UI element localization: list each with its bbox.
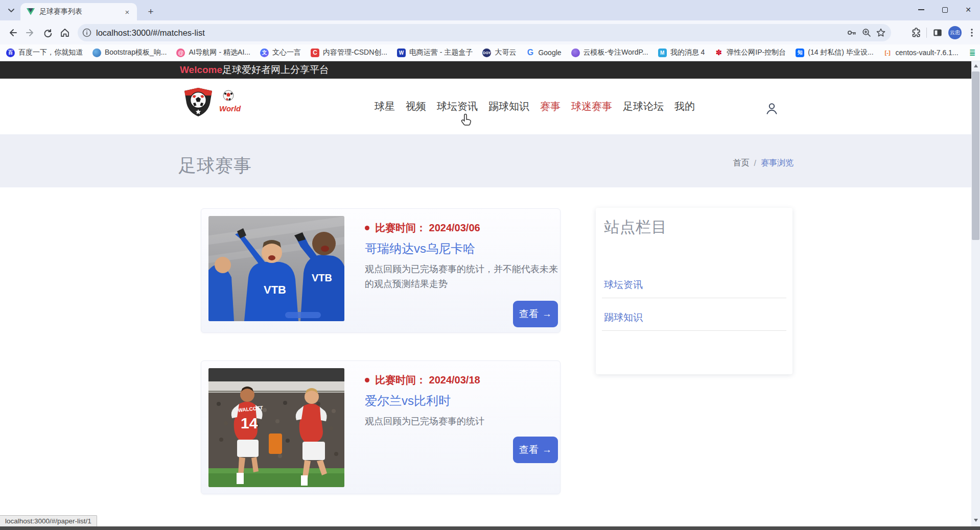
match-date-row: 比赛时间： 2024/03/18 — [365, 373, 480, 387]
kebab-menu-icon[interactable] — [967, 28, 977, 38]
browser-window: 足球赛事列表 × + ✕ localhost:3000/#/matches-li… — [0, 0, 980, 530]
site-logo[interactable]: World — [181, 85, 243, 118]
site-info-icon[interactable] — [82, 28, 92, 38]
bookmark-item[interactable]: 知(14 封私信) 毕业设... — [796, 48, 873, 57]
bookmark-favicon: 文 — [260, 49, 269, 57]
nav-item-matches[interactable]: 赛事 — [540, 100, 561, 113]
welcome-highlight: Welcome — [180, 64, 222, 76]
tab-search-button[interactable] — [5, 5, 17, 17]
nav-item-mine[interactable]: 我的 — [674, 100, 695, 113]
bookmark-item[interactable]: 文文心一言 — [260, 48, 301, 57]
page-title: 足球赛事 — [178, 154, 252, 178]
user-account-button[interactable] — [763, 100, 780, 116]
maximize-button[interactable] — [933, 0, 956, 19]
address-bar[interactable]: localhost:3000/#/matches-list — [78, 24, 891, 41]
match-title-link[interactable]: 爱尔兰vs比利时 — [365, 393, 451, 409]
taskbar-edge — [0, 526, 980, 530]
browser-toolbar: localhost:3000/#/matches-list 云忠 — [0, 20, 980, 44]
bookmark-item[interactable]: ≣单节点安装 — [968, 48, 980, 57]
back-icon — [8, 28, 18, 38]
page-viewport: Welcome 足球爱好者网上分享平台 — [0, 61, 971, 530]
bookmark-item[interactable]: GGoogle — [526, 49, 561, 57]
bookmark-item[interactable]: DGY大哥云 — [482, 48, 516, 57]
bookmark-favicon — [571, 49, 580, 57]
scrollbar-thumb[interactable] — [972, 71, 979, 240]
match-time-label: 比赛时间： — [375, 222, 426, 233]
view-button-label: 查看 — [519, 307, 539, 321]
page-title-band: 足球赛事 首页 / 赛事浏览 — [0, 134, 971, 187]
tab-close-button[interactable]: × — [123, 7, 132, 16]
new-tab-button[interactable]: + — [144, 5, 157, 18]
bookmark-favicon: DGY — [482, 49, 491, 57]
reload-icon — [42, 28, 53, 38]
link-status-tooltip: localhost:3000/#/paper-list/1 — [0, 515, 97, 526]
side-panel-icon[interactable] — [932, 27, 943, 38]
bookmark-item[interactable]: Bootstrap模板_响... — [92, 48, 167, 57]
bookmark-item[interactable]: C内容管理-CSDN创... — [311, 48, 387, 57]
match-date: 2024/03/18 — [429, 374, 480, 386]
match-date: 2024/03/06 — [429, 222, 480, 233]
close-button[interactable]: ✕ — [956, 0, 980, 19]
bookmark-item[interactable]: [-]centos-vault-7.6.1... — [883, 49, 959, 57]
match-card[interactable]: 14 WALCOTT — [201, 360, 561, 494]
page-scrollbar[interactable] — [971, 61, 980, 526]
minimize-button[interactable] — [909, 0, 933, 19]
password-key-icon[interactable] — [846, 28, 857, 38]
bookmark-favicon: 百 — [6, 49, 15, 57]
site-header: World 球星 视频 球坛资讯 踢球知识 赛事 球迷赛事 足球论坛 我的 — [0, 79, 971, 134]
bullet-dot-icon — [365, 226, 369, 230]
nav-item-stars[interactable]: 球星 — [375, 100, 395, 113]
address-bar-actions — [846, 28, 886, 38]
logo-world-text: World — [219, 104, 241, 113]
view-match-button[interactable]: 查看→ — [513, 301, 558, 327]
user-icon — [765, 102, 779, 115]
match-card[interactable]: VTB VTB 比赛时间： 2024/03/06 哥瑞纳达vs乌尼卡哈 观点回顾… — [201, 208, 561, 333]
view-button-label: 查看 — [519, 443, 539, 456]
bookmark-item[interactable]: 云模板-专注WordP... — [571, 48, 648, 57]
sidebar-link-knowledge[interactable]: 踢球知识 — [604, 311, 643, 324]
nav-item-knowledge[interactable]: 踢球知识 — [488, 100, 529, 113]
tab-strip: 足球赛事列表 × + ✕ — [0, 0, 980, 20]
bookmark-item[interactable]: ✽弹性公网IP-控制台 — [714, 48, 786, 57]
back-button[interactable] — [4, 24, 21, 41]
bookmark-star-icon[interactable] — [876, 28, 886, 38]
bookmark-favicon: G — [526, 49, 534, 57]
scroll-down-arrow[interactable] — [971, 516, 980, 524]
view-match-button[interactable]: 查看→ — [513, 437, 558, 463]
extensions-puzzle-icon[interactable] — [910, 27, 921, 38]
bookmark-item[interactable]: @AI导航网 - 精选AI... — [176, 48, 250, 57]
home-icon — [60, 28, 70, 38]
bookmark-item[interactable]: 百百度一下，你就知道 — [6, 48, 83, 57]
match-time-label: 比赛时间： — [375, 374, 426, 386]
scroll-up-arrow[interactable] — [971, 61, 980, 70]
match-description: 观点回顾为已完场赛事的统计，并不能代表未来的观点预测结果走势 — [365, 262, 560, 292]
nav-item-forum[interactable]: 足球论坛 — [623, 100, 664, 113]
minimize-icon — [918, 9, 924, 10]
forward-icon — [25, 28, 35, 38]
svg-text:14: 14 — [241, 415, 258, 431]
sidebar-divider — [602, 330, 786, 331]
reload-button[interactable] — [39, 24, 56, 41]
bookmark-item[interactable]: W电商运营 - 主题盒子 — [397, 48, 473, 57]
breadcrumb: 首页 / 赛事浏览 — [733, 158, 794, 168]
home-button[interactable] — [56, 24, 74, 41]
window-controls: ✕ — [909, 0, 980, 19]
nav-item-videos[interactable]: 视频 — [406, 100, 426, 113]
sidebar-link-news[interactable]: 球坛资讯 — [604, 278, 643, 292]
zoom-icon[interactable] — [861, 28, 872, 38]
toolbar-right: 云忠 — [910, 24, 977, 41]
bookmark-item[interactable]: M我的消息 4 — [658, 48, 705, 57]
url-text[interactable]: localhost:3000/#/matches-list — [96, 28, 846, 38]
match-photo-blue-team: VTB VTB — [208, 216, 344, 321]
chevron-down-icon — [8, 9, 14, 13]
match-title-link[interactable]: 哥瑞纳达vs乌尼卡哈 — [365, 240, 475, 257]
match-description: 观点回顾为已完场赛事的统计 — [365, 414, 560, 429]
breadcrumb-current: 赛事浏览 — [761, 158, 794, 168]
nav-item-news[interactable]: 球坛资讯 — [437, 100, 478, 113]
breadcrumb-home-link[interactable]: 首页 — [733, 158, 750, 168]
forward-button[interactable] — [21, 24, 39, 41]
profile-avatar[interactable]: 云忠 — [948, 26, 962, 39]
browser-tab-active[interactable]: 足球赛事列表 × — [20, 3, 137, 20]
nav-item-fan-matches[interactable]: 球迷赛事 — [571, 100, 612, 113]
bookmark-favicon: ✽ — [714, 49, 723, 57]
